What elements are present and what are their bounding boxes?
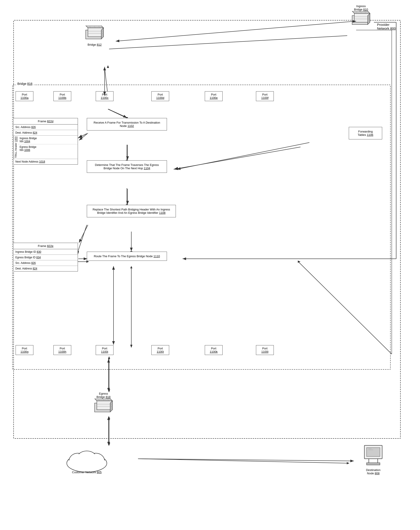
- process-route-box: Route The Frame To The Egress Bridge Nod…: [87, 252, 167, 261]
- port-1100b: Port 1100b: [53, 91, 71, 101]
- port-1100a: Port 1100a: [15, 91, 33, 101]
- src-address-826: Src. Address 826: [14, 124, 78, 130]
- bridge816-label: Bridge 816: [16, 82, 34, 86]
- customer-network-cloud: [62, 445, 111, 474]
- diagram-container: Provider Network 800 Ingress Bridge 810: [0, 0, 420, 530]
- provider-network-label: Provider Network 800: [377, 23, 396, 30]
- port-1100k: Port 1100k: [205, 345, 223, 355]
- svg-rect-71: [367, 448, 380, 456]
- port-1100e: Port 1100e: [205, 91, 223, 101]
- ingress-bridge-id-830: Ingress Bridge ID 830: [14, 249, 78, 255]
- customer-network: Customer Network 805: [62, 445, 111, 474]
- port-1100g: Port 1100g: [15, 345, 33, 355]
- frame-822e-title: Frame 822e: [14, 243, 78, 249]
- port-1100j: Port 1100j: [151, 345, 169, 355]
- src-address-826-e: Src. Address 826: [14, 260, 78, 266]
- destination-node: Destination Node 808: [362, 443, 384, 475]
- ingress-bridge-icon: [351, 11, 371, 28]
- process-replace-text: Replace The Shortest Path Bridging Heade…: [91, 208, 172, 214]
- process-determine-text: Determine That The Frame Traverses The E…: [91, 163, 163, 170]
- forwarding-tables: Forwarding Tables 1106: [349, 125, 387, 145]
- ingress-bridge: Ingress Bridge 810: [351, 4, 371, 29]
- port-1100d: Port 1100d: [151, 91, 169, 101]
- bridge812-label: Bridge 812: [85, 43, 105, 46]
- svg-point-69: [78, 452, 96, 466]
- egress-bridge-nn-1006: Egress Bridge NN 1006: [18, 144, 78, 153]
- bridge812: Bridge 812: [85, 26, 105, 46]
- dest-address-824-e: Dest. Address 824: [14, 266, 78, 271]
- port-1100h: Port 1100h: [53, 345, 71, 355]
- destination-node-icon: [362, 443, 384, 468]
- port-1100l: Port 1100l: [256, 345, 274, 355]
- next-node-address-1018: Next Node Address 1018: [14, 159, 78, 164]
- trill-header-label: TRILL Header 1003: [14, 136, 18, 159]
- port-1100i: Port 1100i: [96, 345, 114, 355]
- svg-rect-74: [367, 463, 380, 465]
- trill-content: Ingress Bridge NN 1004 Egress Bridge NN …: [18, 136, 78, 159]
- process-receive-box: Receive A Frame For Transmission To A De…: [87, 118, 167, 131]
- svg-marker-28: [347, 462, 349, 464]
- process-receive-text: Receive A Frame For Transmission To A De…: [91, 121, 163, 128]
- egress-bridge-icon: [93, 399, 114, 415]
- process-replace-box: Replace The Shortest Path Bridging Heade…: [87, 205, 176, 217]
- egress-bridge: Egress Bridge 818: [93, 392, 114, 416]
- port-1100c: Port 1100c: [96, 91, 114, 101]
- egress-bridge-label: Egress Bridge 818: [93, 392, 114, 399]
- port-1100f: Port 1100f: [256, 91, 274, 101]
- frame-822d-title: Frame 822d: [14, 118, 78, 124]
- dest-address-824: Dest. Address 824: [14, 130, 78, 136]
- frame-822d: Frame 822d Src. Address 826 Dest. Addres…: [13, 118, 78, 164]
- frame-822e: Frame 822e Ingress Bridge ID 830 Egress …: [13, 243, 78, 271]
- ingress-bridge-nn-1004: Ingress Bridge NN 1004: [18, 136, 78, 144]
- process-determine-box: Determine That The Frame Traverses The E…: [87, 160, 167, 173]
- egress-bridge-id-834: Egress Bridge ID 834: [14, 255, 78, 260]
- trill-header-section: TRILL Header 1003 Ingress Bridge NN 1004…: [14, 136, 78, 159]
- process-route-text: Route The Frame To The Egress Bridge Nod…: [91, 254, 163, 258]
- svg-line-27: [138, 459, 347, 463]
- bridge812-icon: [85, 26, 105, 42]
- ingress-bridge-label: Ingress Bridge 810: [351, 4, 371, 11]
- destination-node-label: Destination Node 808: [362, 468, 384, 475]
- svg-line-95: [138, 459, 354, 461]
